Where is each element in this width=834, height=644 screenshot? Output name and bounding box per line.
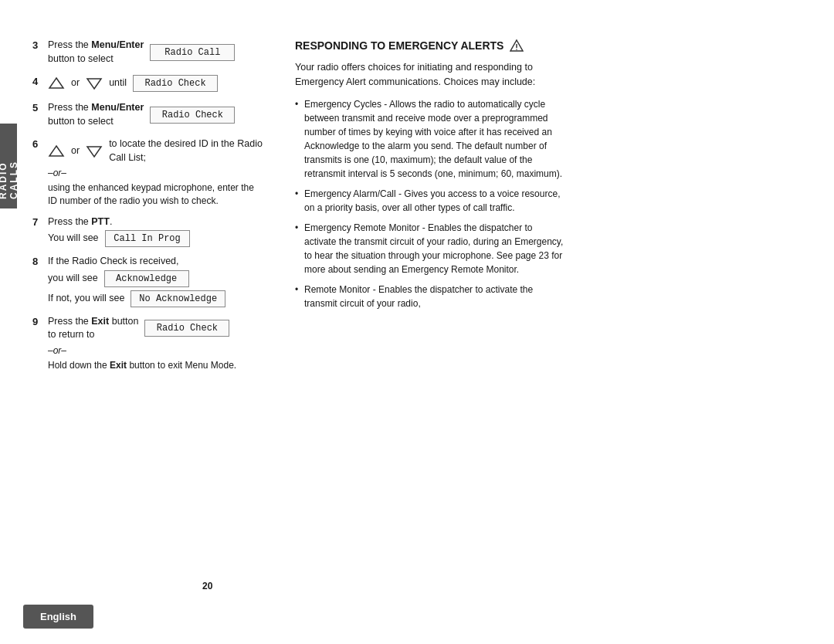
svg-marker-2: [49, 146, 63, 156]
step-6-up-arrow-icon: [48, 144, 65, 158]
section-title-text: RESPONDING TO EMERGENCY ALERTS: [295, 39, 503, 53]
step-4-until: until: [109, 76, 127, 90]
main-content: 3 Press the Menu/Enterbutton to select R…: [17, 31, 834, 644]
bullet-item-4: Remote Monitor - Enables the dispatcher …: [295, 283, 565, 310]
step-9-sub-text: Hold down the Exit button to exit Menu M…: [48, 359, 264, 372]
step-6-or-text: –or–: [48, 168, 264, 178]
bullet-item-1: Emergency Cycles - Allows the radio to a…: [295, 97, 565, 181]
svg-point-6: [517, 49, 518, 50]
step-6: 6 or: [32, 137, 264, 208]
step-3-text: Press the Menu/Enterbutton to select: [48, 39, 144, 66]
step-3-display: Radio Call: [150, 44, 235, 61]
page-container: RADIO CALLS 3 Press the Menu/Enterbutton…: [0, 0, 834, 644]
step-7-text: Press the PTT.: [48, 215, 264, 229]
svg-marker-1: [87, 79, 101, 89]
step-8-text: If the Radio Check is received,: [48, 255, 264, 269]
step-8-display-row-yes: you will see Acknowledge: [48, 270, 264, 287]
step-7-content: Press the PTT. You will see Call In Prog: [48, 215, 264, 248]
step-7-number: 7: [32, 216, 43, 228]
step-5-number: 5: [32, 102, 43, 114]
left-column: 3 Press the Menu/Enterbutton to select R…: [25, 39, 264, 636]
step-5-text: Press the Menu/Enterbutton to select: [48, 101, 144, 128]
step-7-display-row: You will see Call In Prog: [48, 230, 264, 247]
step-6-row: or to locate the desired ID in the Radio…: [48, 137, 264, 164]
step-8-if-not: If not, you will see: [48, 292, 124, 306]
warning-triangle-icon: [510, 39, 524, 53]
step-8-display-yes: Acknowledge: [104, 270, 189, 287]
step-9: 9 Press the Exit buttonto return to Radi…: [32, 315, 264, 372]
step-8-number: 8: [32, 256, 43, 267]
bullet-item-3: Emergency Remote Monitor - Enables the d…: [295, 221, 565, 276]
step-6-text: to locate the desired ID in the Radio Ca…: [109, 137, 264, 164]
step-5-display: Radio Check: [150, 107, 235, 124]
bullet-item-2: Emergency Alarm/Call - Gives you access …: [295, 187, 565, 215]
step-9-content: Press the Exit buttonto return to Radio …: [48, 315, 264, 372]
step-6-sub-text: using the enhanced keypad microphone, en…: [48, 181, 264, 208]
step-4: 4 or: [32, 75, 264, 93]
step-3: 3 Press the Menu/Enterbutton to select R…: [32, 39, 264, 67]
content-area: RADIO CALLS 3 Press the Menu/Enterbutton…: [0, 0, 834, 644]
step-8-display-row-no: If not, you will see No Acknowledge: [48, 290, 264, 307]
step-6-number: 6: [32, 138, 43, 150]
step-9-display: Radio Check: [144, 320, 229, 337]
step-4-display: Radio Check: [133, 75, 218, 92]
section-intro: Your radio offers choices for initiating…: [295, 60, 565, 90]
step-5: 5 Press the Menu/Enterbutton to select R…: [32, 101, 264, 130]
step-7-you-will-see: You will see: [48, 232, 99, 246]
step-6-or: or: [71, 144, 80, 158]
step-8-you-will-see: you will see: [48, 272, 98, 286]
section-title: RESPONDING TO EMERGENCY ALERTS: [295, 39, 565, 53]
up-arrow-icon: [48, 76, 65, 90]
svg-marker-0: [49, 78, 63, 88]
bullet-list: Emergency Cycles - Allows the radio to a…: [295, 97, 565, 310]
step-9-number: 9: [32, 316, 43, 327]
step-9-or-text: –or–: [48, 345, 264, 356]
step-9-row: Press the Exit buttonto return to Radio …: [48, 315, 264, 342]
step-6-content: or to locate the desired ID in the Radio…: [48, 137, 264, 208]
step-4-or: or: [71, 76, 80, 90]
step-4-number: 4: [32, 76, 43, 87]
step-5-content: Press the Menu/Enterbutton to select Rad…: [48, 101, 264, 130]
step-4-content: or until Radio Check: [48, 75, 264, 93]
step-4-row: or until Radio Check: [48, 75, 264, 92]
step-5-row: Press the Menu/Enterbutton to select Rad…: [48, 101, 264, 128]
side-tab: RADIO CALLS: [0, 124, 17, 208]
english-tab: English: [23, 605, 93, 629]
step-7-display: Call In Prog: [105, 230, 190, 247]
page-number: 20: [202, 581, 212, 591]
step-8-display-no: No Acknowledge: [131, 290, 225, 307]
step-9-text: Press the Exit buttonto return to: [48, 315, 138, 342]
svg-marker-3: [87, 147, 101, 157]
step-8: 8 If the Radio Check is received, you wi…: [32, 255, 264, 307]
step-6-down-arrow-icon: [86, 144, 103, 158]
step-3-content: Press the Menu/Enterbutton to select Rad…: [48, 39, 264, 67]
step-3-row: Press the Menu/Enterbutton to select Rad…: [48, 39, 264, 66]
step-7: 7 Press the PTT. You will see Call In Pr…: [32, 215, 264, 248]
right-column: RESPONDING TO EMERGENCY ALERTS Your radi…: [287, 39, 565, 636]
step-8-content: If the Radio Check is received, you will…: [48, 255, 264, 307]
down-arrow-icon: [86, 76, 103, 90]
step-3-number: 3: [32, 39, 43, 51]
